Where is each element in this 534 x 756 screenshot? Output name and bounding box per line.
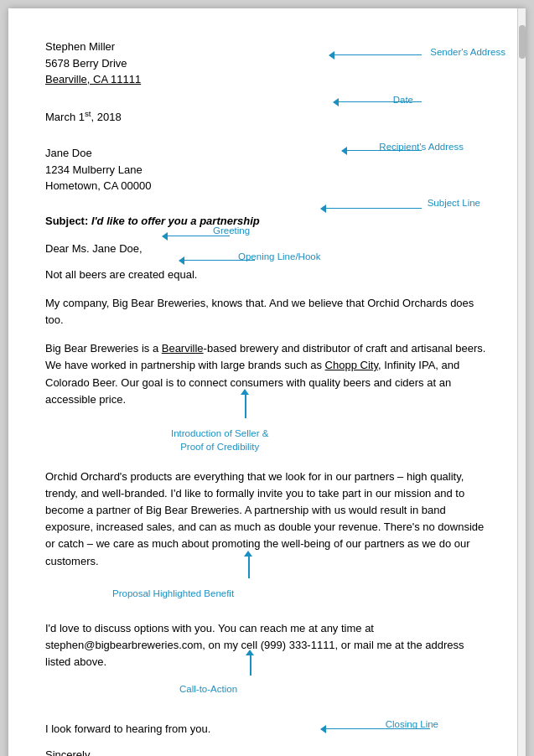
proposal-label: Proposal Highlighted Benefit bbox=[112, 587, 234, 602]
proposal-vline bbox=[248, 555, 250, 578]
sender-name: Stephen Miller bbox=[45, 39, 489, 55]
subject-block: Subject: I'd like to offer you a partner… bbox=[45, 215, 489, 227]
scrollbar[interactable] bbox=[517, 8, 526, 756]
date-block: March 1st, 2018 Date bbox=[45, 108, 489, 126]
date-label: Date bbox=[393, 93, 413, 107]
opening-text: Not all beers are created equal. bbox=[45, 268, 197, 281]
date-text: March 1st, 2018 bbox=[45, 108, 489, 126]
recipients-address-line bbox=[342, 150, 422, 151]
recipients-address-label: Recipient's Address bbox=[379, 140, 464, 154]
letter-page: Stephen Miller 5678 Berry Drive Bearvill… bbox=[8, 8, 526, 756]
signoff-text: Sincerely, bbox=[45, 747, 489, 756]
date-line bbox=[334, 101, 422, 102]
proposal-arrow bbox=[244, 551, 252, 557]
closing-text: I look forward to hearing from you. bbox=[45, 722, 210, 735]
body2-text: Big Bear Breweries is a Bearville-based … bbox=[45, 342, 485, 405]
opening-paragraph: Not all beers are created equal. Opening… bbox=[45, 267, 489, 283]
cta-label: Call-to-Action bbox=[179, 682, 237, 697]
subject-line-line bbox=[321, 208, 422, 209]
intro-seller-vline bbox=[245, 393, 246, 418]
intro-seller-arrow bbox=[241, 389, 249, 395]
body4-paragraph: I'd love to discuss options with you. Yo… bbox=[45, 620, 489, 671]
annotation-spacer3 bbox=[45, 682, 489, 714]
scrollbar-thumb[interactable] bbox=[519, 25, 526, 59]
intro-seller-label: Introduction of Seller &Proof of Credibi… bbox=[171, 427, 268, 453]
sender-address1: 5678 Berry Drive bbox=[45, 55, 489, 72]
letter-body: Stephen Miller 5678 Berry Drive Bearvill… bbox=[45, 39, 489, 756]
body3-paragraph: Orchid Orchard's products are everything… bbox=[45, 469, 489, 570]
senders-address-line bbox=[329, 54, 422, 55]
body4-text: I'd love to discuss options with you. Yo… bbox=[45, 622, 464, 668]
recipient-block: Jane Doe 1234 Mulberry Lane Hometown, CA… bbox=[45, 145, 489, 194]
subject-line-label: Subject Line bbox=[428, 198, 480, 208]
sender-address2: Bearville, CA 11111 bbox=[45, 71, 489, 88]
closing-block: I look forward to hearing from you. Clos… bbox=[45, 722, 489, 735]
body1-text: My company, Big Bear Breweries, knows th… bbox=[45, 297, 474, 326]
body2-paragraph: Big Bear Breweries is a Bearville-based … bbox=[45, 340, 489, 408]
body3-text: Orchid Orchard's products are everything… bbox=[45, 470, 484, 567]
greeting-line bbox=[163, 236, 230, 236]
senders-address-label: Sender's Address bbox=[430, 45, 505, 60]
greeting-label: Greeting bbox=[213, 225, 250, 236]
closing-line-line bbox=[321, 728, 430, 729]
sender-block: Stephen Miller 5678 Berry Drive Bearvill… bbox=[45, 39, 489, 88]
cta-vline bbox=[250, 654, 251, 676]
cta-arrow bbox=[246, 650, 254, 655]
opening-line-line bbox=[179, 260, 255, 261]
recipient-address1: 1234 Mulberry Lane bbox=[45, 162, 489, 179]
opening-line-label: Opening Line/Hook bbox=[238, 250, 320, 265]
subject-label: Subject: bbox=[45, 215, 88, 227]
recipient-address2: Hometown, CA 00000 bbox=[45, 178, 489, 194]
body1-paragraph: My company, Big Bear Breweries, knows th… bbox=[45, 295, 489, 329]
